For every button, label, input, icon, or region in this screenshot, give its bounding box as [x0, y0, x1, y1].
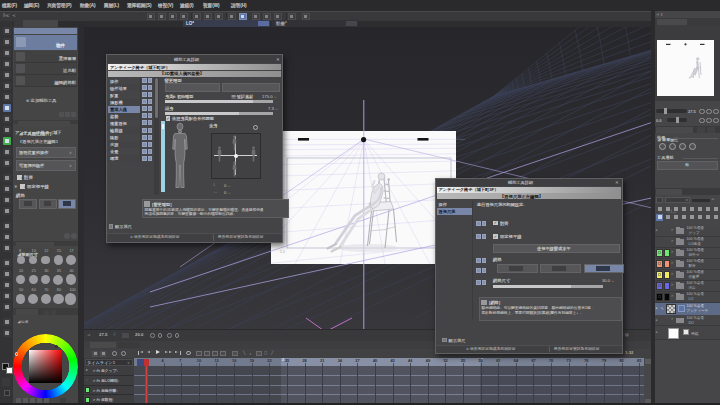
svg-text:1-1: 1-1	[280, 250, 285, 254]
